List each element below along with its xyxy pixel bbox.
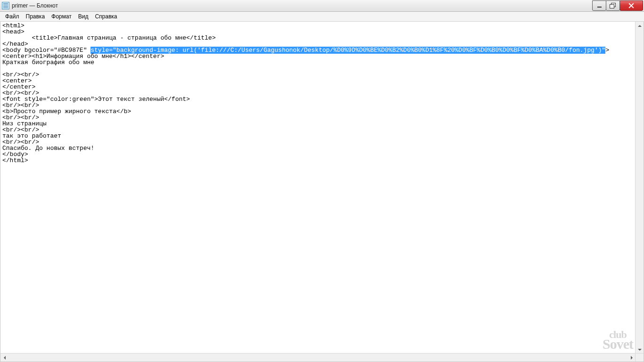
menu-help[interactable]: Справка (91, 13, 120, 20)
editor-container: <html> <head> <title>Главная страница - … (0, 22, 644, 362)
chevron-up-icon (638, 24, 642, 28)
scroll-left-button[interactable] (0, 354, 8, 362)
scroll-right-button[interactable] (627, 354, 636, 362)
title-bar-left: primer — Блокнот (2, 2, 58, 9)
window-controls (593, 0, 643, 10)
menu-view[interactable]: Вид (75, 13, 92, 20)
code-line: Краткая биография обо мне (2, 59, 94, 66)
title-bar[interactable]: primer — Блокнот (0, 0, 644, 12)
window-title: primer — Блокнот (12, 2, 58, 9)
selected-text: style="background-image: url('file:///C:… (91, 47, 605, 54)
menu-bar: Файл Правка Формат Вид Справка (0, 12, 644, 22)
chevron-left-icon (3, 356, 7, 360)
scroll-up-button[interactable] (636, 22, 644, 30)
code-line: </html> (2, 157, 28, 164)
scrollbar-corner (635, 353, 644, 362)
notepad-icon (2, 2, 9, 9)
notepad-window: primer — Блокнот Файл Правка Формат Вид … (0, 0, 644, 362)
close-button[interactable] (619, 0, 643, 11)
menu-edit[interactable]: Правка (23, 13, 49, 20)
close-icon (628, 3, 634, 8)
vertical-scrollbar[interactable] (635, 22, 644, 354)
horizontal-scrollbar[interactable] (0, 353, 636, 362)
chevron-down-icon (638, 348, 642, 352)
maximize-restore-button[interactable] (606, 0, 620, 11)
code-line: > (605, 47, 609, 54)
menu-format[interactable]: Формат (48, 13, 75, 20)
text-area[interactable]: <html> <head> <title>Главная страница - … (0, 22, 636, 354)
code-line: <title>Главная страница - страница обо м… (2, 34, 215, 41)
scroll-down-button[interactable] (636, 346, 644, 354)
minimize-button[interactable] (592, 0, 606, 11)
chevron-right-icon (630, 356, 634, 360)
menu-file[interactable]: Файл (2, 13, 23, 20)
